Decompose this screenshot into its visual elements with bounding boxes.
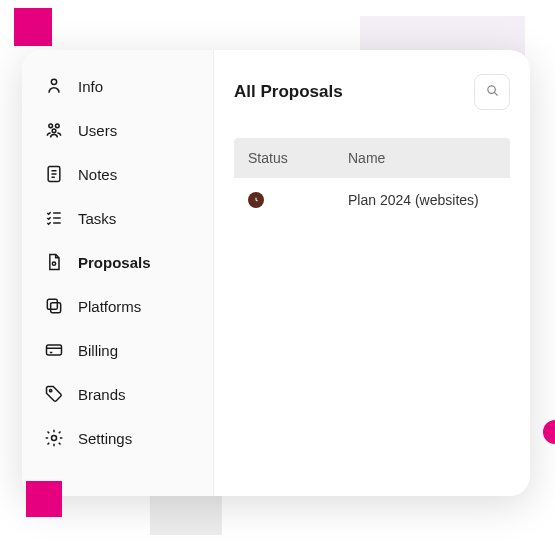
table-row[interactable]: Plan 2024 (websites) <box>234 178 510 222</box>
svg-rect-14 <box>47 345 62 355</box>
sidebar-item-billing[interactable]: Billing <box>22 328 213 372</box>
search-button[interactable] <box>474 74 510 110</box>
sidebar-item-label: Settings <box>78 430 132 447</box>
svg-point-11 <box>52 262 55 265</box>
sidebar-item-label: Brands <box>78 386 126 403</box>
clock-icon <box>248 192 264 208</box>
svg-point-2 <box>56 124 60 128</box>
svg-point-19 <box>487 86 495 94</box>
column-header-name: Name <box>348 150 496 166</box>
sidebar-item-label: Platforms <box>78 298 141 315</box>
tasks-icon <box>44 208 64 228</box>
svg-line-20 <box>494 92 497 95</box>
settings-icon <box>44 428 64 448</box>
brands-icon <box>44 384 64 404</box>
sidebar-item-label: Tasks <box>78 210 116 227</box>
svg-point-3 <box>52 129 56 133</box>
sidebar-item-proposals[interactable]: Proposals <box>22 240 213 284</box>
column-header-status: Status <box>248 150 348 166</box>
platforms-icon <box>44 296 64 316</box>
person-icon <box>44 76 64 96</box>
svg-point-18 <box>52 436 57 441</box>
users-icon <box>44 120 64 140</box>
sidebar-item-info[interactable]: Info <box>22 64 213 108</box>
svg-point-17 <box>50 390 52 392</box>
table-header: Status Name <box>234 138 510 178</box>
sidebar-item-brands[interactable]: Brands <box>22 372 213 416</box>
sidebar-item-settings[interactable]: Settings <box>22 416 213 460</box>
svg-rect-13 <box>51 303 61 313</box>
svg-point-1 <box>49 124 53 128</box>
sidebar-item-label: Billing <box>78 342 118 359</box>
cell-name: Plan 2024 (websites) <box>348 192 496 208</box>
sidebar-item-platforms[interactable]: Platforms <box>22 284 213 328</box>
search-icon <box>485 83 500 101</box>
decoration-square <box>26 481 62 517</box>
cell-status <box>248 192 348 208</box>
notes-icon <box>44 164 64 184</box>
proposals-icon <box>44 252 64 272</box>
sidebar: Info Users Notes Tasks Proposals <box>22 50 214 496</box>
sidebar-item-label: Users <box>78 122 117 139</box>
svg-rect-12 <box>47 299 57 309</box>
sidebar-item-label: Info <box>78 78 103 95</box>
sidebar-item-label: Notes <box>78 166 117 183</box>
app-card: Info Users Notes Tasks Proposals <box>22 50 530 496</box>
decoration-circle <box>543 420 555 444</box>
billing-icon <box>44 340 64 360</box>
main-header: All Proposals <box>234 74 510 110</box>
page-title: All Proposals <box>234 82 343 102</box>
decoration-square <box>14 8 52 46</box>
sidebar-item-tasks[interactable]: Tasks <box>22 196 213 240</box>
main-content: All Proposals Status Name Plan 2024 (web… <box>214 50 530 496</box>
svg-point-0 <box>51 79 56 84</box>
sidebar-item-label: Proposals <box>78 254 151 271</box>
sidebar-item-notes[interactable]: Notes <box>22 152 213 196</box>
sidebar-item-users[interactable]: Users <box>22 108 213 152</box>
